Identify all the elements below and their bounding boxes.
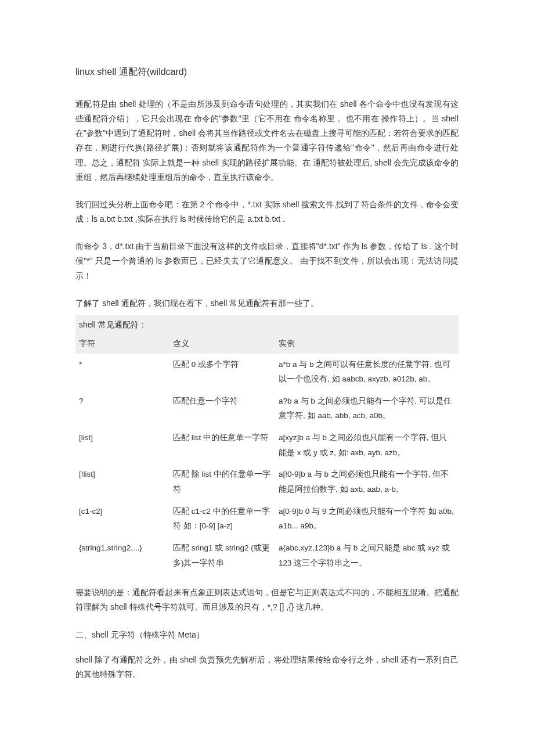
cell-example: a[!0-9]b a 与 b 之间必须也只能有一个字符, 但不能是阿拉伯数字, … bbox=[275, 463, 459, 500]
cell-example: a[0-9]b 0 与 9 之间必须也只能有一个字符 如 a0b, a1b...… bbox=[275, 501, 459, 537]
table-row: * 匹配 0 或多个字符 a*b a 与 b 之间可以有任意长度的任意字符, 也… bbox=[75, 354, 459, 390]
intro-paragraph: 通配符是由 shell 处理的（不是由所涉及到命令语句处理的，其实我们在 she… bbox=[75, 97, 459, 185]
cell-char: [list] bbox=[75, 427, 169, 463]
table-caption: shell 常见通配符： bbox=[75, 315, 459, 334]
cell-char: {string1,string2,...} bbox=[75, 537, 169, 574]
col-header-example: 实例 bbox=[275, 334, 459, 353]
cell-char: [!list] bbox=[75, 463, 169, 500]
meta-intro-paragraph: shell 除了有通配符之外，由 shell 负责预先先解析后，将处理结果传给命… bbox=[75, 653, 459, 682]
cell-char: [c1-c2] bbox=[75, 501, 169, 537]
lead-in-paragraph: 了解了 shell 通配符，我们现在看下，shell 常见通配符有那一些了。 bbox=[75, 296, 459, 311]
col-header-meaning: 含义 bbox=[169, 334, 275, 353]
cell-meaning: 匹配 list 中的任意单一字符 bbox=[169, 427, 275, 463]
section-heading-meta: 二、shell 元字符（特殊字符 Meta） bbox=[75, 628, 459, 642]
table-row: ? 匹配任意一个字符 a?b a 与 b 之间必须也只能有一个字符, 可以是任意… bbox=[75, 390, 459, 427]
cell-meaning: 匹配 c1-c2 中的任意单一字符 如：[0-9] [a-z] bbox=[169, 501, 275, 537]
cell-example: a?b a 与 b 之间必须也只能有一个字符, 可以是任意字符, 如 aab, … bbox=[275, 390, 459, 427]
table-header-row: 字符 含义 实例 bbox=[75, 334, 459, 353]
note-paragraph: 需要说明的是：通配符看起来有点象正则表达式语句，但是它与正则表达式不同的，不能相… bbox=[75, 585, 459, 614]
table-row: [c1-c2] 匹配 c1-c2 中的任意单一字符 如：[0-9] [a-z] … bbox=[75, 501, 459, 537]
analysis-paragraph-2: 而命令 3，d*.txt 由于当前目录下面没有这样的文件或目录，直接将"d*.t… bbox=[75, 239, 459, 283]
cell-example: a*b a 与 b 之间可以有任意长度的任意字符, 也可以一个也没有, 如 aa… bbox=[275, 354, 459, 390]
table-row: {string1,string2,...} 匹配 sring1 或 string… bbox=[75, 537, 459, 574]
cell-char: ? bbox=[75, 390, 169, 427]
table-row: [!list] 匹配 除 list 中的任意单一字符 a[!0-9]b a 与 … bbox=[75, 463, 459, 500]
analysis-paragraph-1: 我们回过头分析上面命令吧：在第 2 个命令中，*.txt 实际 shell 搜索… bbox=[75, 197, 459, 226]
cell-example: a{abc,xyz,123}b a 与 b 之间只能是 abc 或 xyz 或 … bbox=[275, 537, 459, 574]
cell-meaning: 匹配任意一个字符 bbox=[169, 390, 275, 427]
col-header-char: 字符 bbox=[75, 334, 169, 353]
cell-meaning: 匹配 0 或多个字符 bbox=[169, 354, 275, 390]
cell-example: a[xyz]b a 与 b 之间必须也只能有一个字符, 但只能是 x 或 y 或… bbox=[275, 427, 459, 463]
table-row: [list] 匹配 list 中的任意单一字符 a[xyz]b a 与 b 之间… bbox=[75, 427, 459, 463]
page-title: linux shell 通配符(wildcard) bbox=[75, 64, 459, 81]
cell-meaning: 匹配 除 list 中的任意单一字符 bbox=[169, 463, 275, 500]
cell-meaning: 匹配 sring1 或 string2 (或更多)其一字符串 bbox=[169, 537, 275, 574]
wildcard-table: 字符 含义 实例 * 匹配 0 或多个字符 a*b a 与 b 之间可以有任意长… bbox=[75, 334, 459, 574]
cell-char: * bbox=[75, 354, 169, 390]
